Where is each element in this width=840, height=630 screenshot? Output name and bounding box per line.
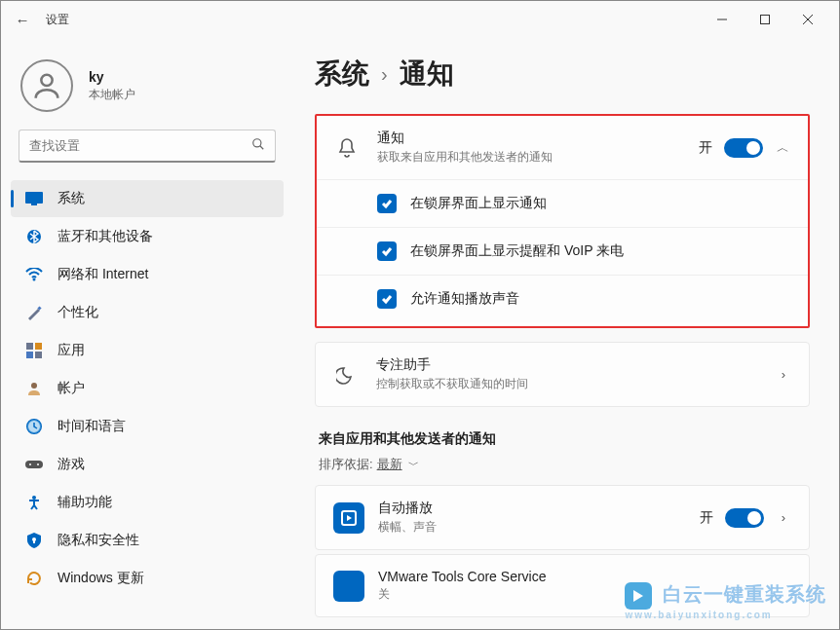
sort-value: 最新: [377, 456, 402, 473]
chevron-up-icon[interactable]: ︿: [775, 139, 790, 157]
sidebar-item-privacy[interactable]: 隐私和安全性: [11, 522, 284, 559]
sidebar-item-label: 系统: [57, 190, 85, 207]
breadcrumb-current: 通知: [400, 56, 454, 93]
svg-line-6: [260, 146, 264, 150]
user-block[interactable]: ky 本地帐户: [1, 50, 293, 130]
gaming-icon: [24, 455, 44, 474]
option-label: 在锁屏界面上显示通知: [410, 195, 547, 212]
chevron-right-icon: ›: [381, 63, 388, 86]
svg-rect-1: [761, 16, 770, 24]
option-show-on-lockscreen[interactable]: 在锁屏界面上显示通知: [317, 180, 808, 227]
minimize-button[interactable]: [701, 5, 744, 34]
time-icon: [24, 417, 44, 436]
option-label: 在锁屏界面上显示提醒和 VoIP 来电: [410, 242, 624, 260]
checkbox-checked-icon[interactable]: [377, 289, 397, 309]
back-button[interactable]: ←: [11, 8, 34, 31]
toggle-label: 开: [699, 139, 712, 157]
svg-point-20: [29, 463, 31, 465]
accessibility-icon: [24, 493, 44, 512]
sidebar-item-accounts[interactable]: 帐户: [11, 370, 284, 407]
autoplay-icon: [333, 502, 364, 534]
notifications-toggle[interactable]: [724, 138, 763, 158]
svg-rect-15: [35, 352, 42, 358]
sidebar-item-personalization[interactable]: 个性化: [11, 294, 284, 331]
search-icon: [251, 137, 265, 154]
svg-rect-12: [26, 343, 33, 350]
svg-rect-19: [25, 461, 43, 468]
sort-dropdown[interactable]: 排序依据: 最新 ﹀: [319, 456, 810, 473]
sidebar-item-label: 游戏: [57, 456, 85, 473]
svg-point-21: [37, 463, 39, 465]
search-field[interactable]: [29, 138, 251, 153]
chevron-down-icon: ﹀: [408, 458, 419, 472]
system-icon: [24, 189, 44, 208]
notifications-subtitle: 获取来自应用和其他发送者的通知: [377, 149, 699, 166]
svg-point-5: [253, 139, 261, 147]
watermark-brand: 白云一键重装系统: [663, 583, 826, 605]
focus-assist-card[interactable]: 专注助手 控制获取或不获取通知的时间 ›: [316, 343, 809, 406]
app-autoplay-card[interactable]: 自动播放 横幅、声音 开 ›: [316, 486, 809, 549]
sidebar-item-label: 个性化: [57, 304, 98, 321]
user-type: 本地帐户: [89, 87, 135, 103]
sidebar-item-windows-update[interactable]: Windows 更新: [11, 560, 284, 597]
sidebar-item-gaming[interactable]: 游戏: [11, 446, 284, 483]
sort-prefix: 排序依据:: [319, 456, 373, 473]
window-title: 设置: [46, 12, 69, 28]
checkbox-checked-icon[interactable]: [377, 194, 397, 213]
bell-icon: [334, 137, 360, 159]
toggle-label: 开: [700, 509, 713, 527]
sidebar-item-label: Windows 更新: [57, 570, 144, 587]
maximize-button[interactable]: [744, 5, 786, 34]
watermark: 白云一键重装系统 www.baiyunxitong.com: [625, 581, 826, 620]
svg-point-22: [32, 496, 36, 500]
chevron-right-icon: ›: [776, 510, 791, 525]
sidebar-item-label: 应用: [57, 342, 85, 359]
sidebar-item-label: 网络和 Internet: [57, 266, 148, 283]
update-icon: [24, 569, 44, 588]
username: ky: [89, 69, 135, 85]
avatar-icon: [20, 59, 73, 112]
svg-point-4: [41, 75, 52, 86]
sidebar-item-label: 隐私和安全性: [57, 532, 139, 549]
svg-point-16: [31, 383, 37, 389]
checkbox-checked-icon[interactable]: [377, 241, 397, 261]
sidebar-item-label: 辅助功能: [57, 494, 112, 511]
sidebar-item-accessibility[interactable]: 辅助功能: [11, 484, 284, 521]
option-show-reminders-voip[interactable]: 在锁屏界面上显示提醒和 VoIP 来电: [317, 227, 808, 275]
watermark-icon: [625, 582, 652, 610]
moon-icon: [333, 365, 359, 385]
close-button[interactable]: [786, 5, 829, 34]
focus-subtitle: 控制获取或不获取通知的时间: [376, 376, 776, 392]
chevron-right-icon: ›: [776, 367, 791, 382]
sidebar-item-system[interactable]: 系统: [11, 180, 284, 217]
notifications-highlight: 通知 获取来自应用和其他发送者的通知 开 ︿ 在锁屏界面上显示通知: [315, 114, 810, 328]
breadcrumb-root[interactable]: 系统: [315, 56, 369, 93]
sidebar-item-network[interactable]: 网络和 Internet: [11, 256, 284, 293]
svg-rect-8: [31, 204, 37, 205]
breadcrumb: 系统 › 通知: [315, 56, 810, 93]
sidebar-item-time-language[interactable]: 时间和语言: [11, 408, 284, 445]
app-toggle[interactable]: [725, 508, 764, 528]
option-play-sound[interactable]: 允许通知播放声音: [317, 275, 808, 322]
notifications-title: 通知: [377, 130, 699, 147]
app-desc: 横幅、声音: [378, 519, 700, 536]
sidebar-item-label: 时间和语言: [57, 418, 126, 435]
search-input[interactable]: [19, 130, 276, 163]
option-label: 允许通知播放声音: [410, 290, 519, 308]
svg-rect-13: [35, 343, 42, 350]
sidebar-item-apps[interactable]: 应用: [11, 332, 284, 369]
svg-rect-24: [33, 540, 35, 543]
senders-section-title: 来自应用和其他发送者的通知: [319, 430, 810, 448]
svg-rect-7: [25, 192, 43, 204]
shield-icon: [24, 531, 44, 550]
app-name: 自动播放: [378, 500, 700, 517]
svg-point-10: [33, 278, 36, 281]
personalization-icon: [24, 303, 44, 322]
sidebar-item-bluetooth[interactable]: 蓝牙和其他设备: [11, 218, 284, 255]
notifications-card[interactable]: 通知 获取来自应用和其他发送者的通知 开 ︿: [317, 116, 808, 179]
bluetooth-icon: [24, 227, 44, 246]
network-icon: [24, 265, 44, 284]
focus-title: 专注助手: [376, 356, 776, 374]
svg-rect-14: [26, 352, 33, 358]
accounts-icon: [24, 379, 44, 398]
